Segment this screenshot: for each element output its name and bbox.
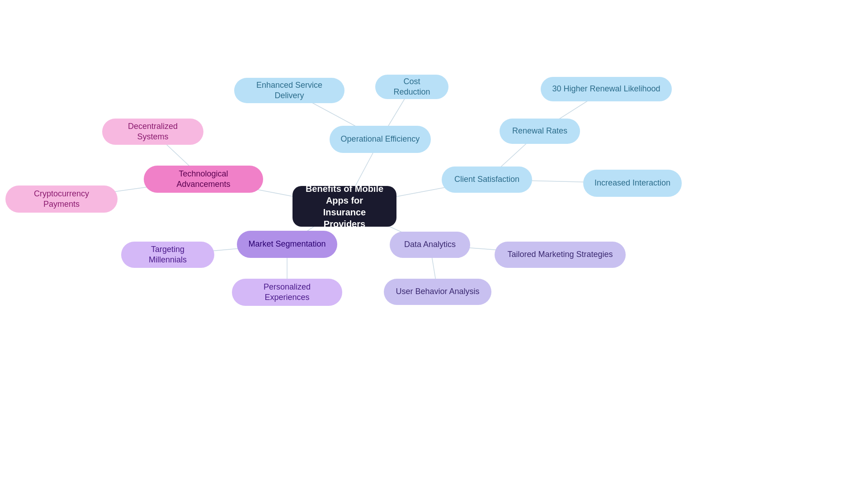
- node-renewal-rates: Renewal Rates: [500, 119, 580, 144]
- node-higher-renewal: 30 Higher Renewal Likelihood: [541, 77, 672, 101]
- node-technological-advancements: Technological Advancements: [144, 166, 263, 193]
- node-operational-efficiency: Operational Efficiency: [330, 126, 431, 153]
- node-enhanced-service-delivery: Enhanced Service Delivery: [234, 78, 344, 103]
- node-personalized-experiences: Personalized Experiences: [232, 279, 342, 306]
- node-increased-interaction: Increased Interaction: [583, 170, 682, 197]
- node-market-segmentation: Market Segmentation: [237, 231, 337, 258]
- node-cost-reduction: Cost Reduction: [375, 75, 448, 99]
- center-node: Benefits of Mobile Apps forInsurance Pro…: [292, 186, 396, 227]
- node-client-satisfaction: Client Satisfaction: [442, 167, 532, 193]
- node-user-behavior-analysis: User Behavior Analysis: [384, 279, 491, 305]
- node-cryptocurrency-payments: Cryptocurrency Payments: [5, 186, 118, 213]
- node-targeting-millennials: Targeting Millennials: [121, 242, 214, 268]
- node-decentralized-systems: Decentralized Systems: [102, 119, 203, 145]
- node-tailored-marketing: Tailored Marketing Strategies: [495, 242, 626, 268]
- node-data-analytics: Data Analytics: [390, 232, 470, 258]
